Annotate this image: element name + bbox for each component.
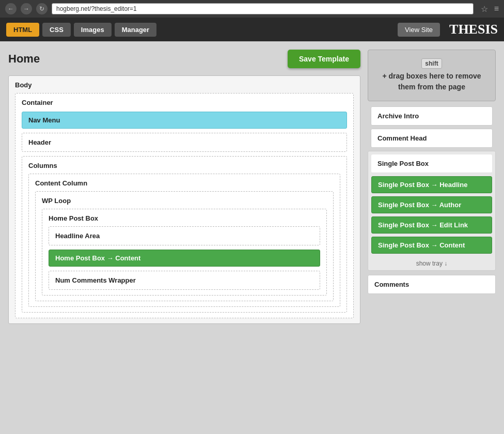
home-post-content-box[interactable]: Home Post Box → Content	[49, 250, 320, 267]
images-tab[interactable]: Images	[74, 23, 112, 37]
drop-zone[interactable]: shift + drag boxes here to remove them f…	[368, 50, 496, 101]
refresh-button[interactable]: ↻	[36, 3, 48, 14]
browser-bar: ← → ↻ ☆ ≡	[0, 0, 504, 18]
show-tray-button[interactable]: show tray ↓	[368, 257, 495, 270]
single-post-box-section: Single Post Box Single Post Box → Headli…	[368, 151, 496, 271]
html-tab[interactable]: HTML	[6, 23, 39, 37]
app-toolbar: HTML CSS Images Manager View Site THESIS	[0, 18, 504, 41]
manager-tab[interactable]: Manager	[115, 23, 156, 37]
body-box: Body Container Nav Menu Header Columns	[8, 75, 360, 324]
bookmark-icon: ☆	[481, 4, 488, 14]
drop-zone-text: + drag boxes here to remove them from th…	[375, 71, 488, 92]
sidebar-item-spb-content[interactable]: Single Post Box → Content	[371, 237, 492, 254]
container-box: Container Nav Menu Header Columns Conten…	[15, 93, 354, 318]
sidebar-item-comment-head[interactable]: Comment Head	[371, 129, 493, 148]
sidebar-item-comments[interactable]: Comments	[368, 275, 496, 294]
sidebar-item-spb-headline[interactable]: Single Post Box → Headline	[371, 176, 492, 193]
right-panel: shift + drag boxes here to remove them f…	[368, 50, 496, 294]
view-site-button[interactable]: View Site	[398, 23, 440, 37]
headline-area-box[interactable]: Headline Area	[49, 226, 320, 245]
url-bar[interactable]	[52, 3, 474, 14]
single-post-box-header: Single Post Box	[371, 154, 492, 173]
back-button[interactable]: ←	[5, 3, 17, 14]
thesis-logo: THESIS	[449, 22, 498, 37]
sidebar-item-archive-intro[interactable]: Archive Intro	[371, 106, 493, 126]
headline-area-label: Headline Area	[55, 232, 100, 240]
header-label: Header	[28, 138, 51, 146]
home-post-content-label: Home Post Box → Content	[55, 254, 140, 262]
nav-menu-label: Nav Menu	[28, 116, 60, 124]
columns-box: Columns Content Column WP Loop Home Post…	[22, 156, 347, 313]
css-tab[interactable]: CSS	[42, 23, 71, 37]
sidebar-item-spb-author[interactable]: Single Post Box → Author	[371, 196, 492, 213]
wp-loop-box: WP Loop Home Post Box Headline Area	[35, 191, 334, 301]
main-content: Home Save Template Body Container Nav Me…	[0, 41, 504, 434]
content-column-label: Content Column	[35, 179, 87, 187]
num-comments-box[interactable]: Num Comments Wrapper	[49, 271, 320, 290]
header-box[interactable]: Header	[22, 133, 347, 152]
container-label: Container	[22, 99, 53, 106]
nav-menu-box[interactable]: Nav Menu	[22, 112, 347, 129]
num-comments-label: Num Comments Wrapper	[55, 276, 136, 284]
forward-button[interactable]: →	[21, 3, 32, 14]
home-post-box-label: Home Post Box	[49, 214, 98, 222]
menu-icon: ≡	[494, 4, 499, 13]
wp-loop-label: WP Loop	[42, 197, 71, 205]
save-template-button[interactable]: Save Template	[288, 50, 360, 68]
page-title: Home	[8, 52, 40, 66]
content-column-box: Content Column WP Loop Home Post Box Hea…	[28, 174, 340, 307]
left-panel: Home Save Template Body Container Nav Me…	[8, 50, 360, 324]
body-label: Body	[15, 81, 32, 89]
home-post-box: Home Post Box Headline Area Home Post Bo…	[42, 209, 327, 296]
columns-label: Columns	[28, 162, 57, 169]
sidebar-item-spb-edit-link[interactable]: Single Post Box → Edit Link	[371, 216, 492, 234]
shift-badge: shift	[421, 58, 442, 69]
page-title-row: Home Save Template	[8, 50, 360, 68]
